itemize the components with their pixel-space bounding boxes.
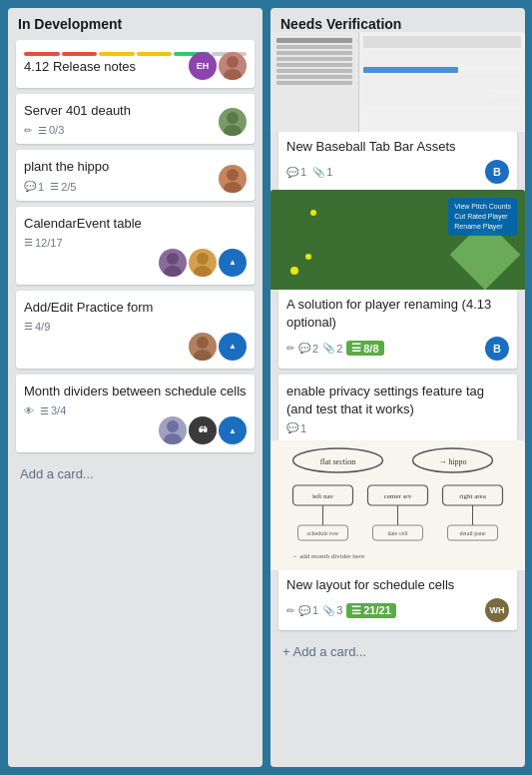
card-meta: ✏ ☰ 0/3 xyxy=(24,124,247,136)
add-card-button-nv[interactable]: + Add a card... xyxy=(278,638,517,665)
checklist-value: 12/17 xyxy=(35,237,63,249)
meta-comment: 💬 1 xyxy=(286,422,306,434)
comment-icon: 💬 xyxy=(298,605,310,616)
avatar-stack: ▲ xyxy=(189,333,247,361)
svg-point-2 xyxy=(227,112,239,124)
meta-comment: 💬 2 xyxy=(298,343,318,355)
checklist-icon: ☰ xyxy=(24,237,33,248)
checklist-icon: ☰ xyxy=(50,181,59,192)
card-title: Server 401 deauth xyxy=(24,102,247,120)
comment-icon: 💬 xyxy=(286,422,298,433)
svg-point-10 xyxy=(197,337,209,349)
paperclip-icon: 📎 xyxy=(322,605,334,616)
card-title: Add/Edit Practice form xyxy=(24,299,247,317)
card-title: A solution for player renaming (4.13 opt… xyxy=(286,296,509,332)
card-thumbnail-screen xyxy=(270,32,525,132)
card-add-edit-practice[interactable]: Add/Edit Practice form ☰ 4/9 ▲ xyxy=(16,291,255,369)
screen-art xyxy=(270,32,525,132)
card-title: CalendarEvent table xyxy=(24,215,247,233)
svg-text:→ add month divider here: → add month divider here xyxy=(291,552,365,560)
meta-comment: 💬 1 xyxy=(286,166,306,178)
svg-text:right area: right area xyxy=(459,492,487,500)
svg-point-1 xyxy=(224,69,242,80)
bar-1 xyxy=(24,52,60,56)
card-server-401[interactable]: Server 401 deauth ✏ ☰ 0/3 xyxy=(16,94,255,144)
card-meta: 💬 1 ☰ 2/5 xyxy=(24,181,247,193)
pencil-icon: ✏ xyxy=(286,605,294,616)
svg-text:left nav: left nav xyxy=(312,492,334,500)
card-player-renaming[interactable]: View Pitch CountsCut Rated PlayerRename … xyxy=(278,198,517,368)
pencil-icon: ✏ xyxy=(286,343,294,354)
column-header-in-development: In Development xyxy=(16,16,255,32)
checklist-icon: ☰ xyxy=(24,321,33,332)
avatar-stack: 🕶 ▲ xyxy=(159,416,247,444)
svg-point-5 xyxy=(224,182,242,193)
board: In Development 4.12 Release notes EH xyxy=(0,0,532,775)
comment-count: 2 xyxy=(312,343,318,355)
svg-point-11 xyxy=(194,350,212,361)
avatar-b: B xyxy=(485,160,509,184)
card-meta: ☰ 12/17 xyxy=(24,237,247,249)
svg-point-8 xyxy=(197,253,209,265)
pencil-icon: ✏ xyxy=(24,125,32,136)
svg-point-13 xyxy=(164,433,182,444)
meta-checklist: ☰ 2/5 xyxy=(50,181,76,193)
avatar-badge2: ▲ xyxy=(219,333,247,361)
avatar-photo-2 xyxy=(189,249,217,277)
checklist-value: 0/3 xyxy=(49,124,64,136)
meta-pencil: ✏ xyxy=(286,343,294,354)
card-month-dividers[interactable]: Month dividers between schedule cells 👁 … xyxy=(16,375,255,452)
comment-icon: 💬 xyxy=(298,343,310,354)
avatar-b: B xyxy=(485,337,509,361)
eye-icon: 👁 xyxy=(24,405,34,416)
card-title: enable privacy settings feature tag (and… xyxy=(286,383,509,418)
meta-paperclip: 📎 3 xyxy=(322,604,342,616)
avatar-photo xyxy=(159,416,187,444)
avatar-stack: ▲ xyxy=(159,249,247,277)
card-title: New Baseball Tab Bar Assets xyxy=(286,138,509,156)
plus-icon: + xyxy=(282,644,293,659)
checklist-icon: ☰ xyxy=(351,342,361,355)
avatar-stack xyxy=(219,108,247,136)
add-card-button[interactable]: Add a card... xyxy=(16,460,255,487)
svg-text:schedule row: schedule row xyxy=(307,530,339,536)
meta-comment: 💬 1 xyxy=(24,181,44,193)
card-schedule-cells[interactable]: flat section → hippo left nav center srv… xyxy=(278,448,517,630)
avatar-stack: EH xyxy=(189,52,247,80)
svg-point-6 xyxy=(167,253,179,265)
svg-text:→ hippo: → hippo xyxy=(438,457,466,466)
card-meta: ☰ 4/9 xyxy=(24,321,247,333)
diagram-art: flat section → hippo left nav center srv… xyxy=(270,440,525,570)
bar-3 xyxy=(99,52,135,56)
card-4-12-release-notes[interactable]: 4.12 Release notes EH xyxy=(16,40,255,88)
checklist-value: 4/9 xyxy=(35,321,50,333)
bar-4 xyxy=(137,52,173,56)
card-calendar-event[interactable]: CalendarEvent table ☰ 12/17 ▲ xyxy=(16,207,255,285)
checklist-value: 21/21 xyxy=(363,604,391,616)
column-in-development: In Development 4.12 Release notes EH xyxy=(8,8,263,767)
checklist-icon: ☰ xyxy=(40,405,49,416)
card-plant-hippo[interactable]: plant the hippo 💬 1 ☰ 2/5 xyxy=(16,150,255,200)
comment-count: 1 xyxy=(312,604,318,616)
checklist-badge: ☰ 8/8 xyxy=(346,341,383,356)
card-baseball-tab-bar[interactable]: New Baseball Tab Bar Assets 💬 1 📎 1 B xyxy=(278,40,517,192)
paperclip-icon: 📎 xyxy=(312,167,324,178)
avatar-photo-1 xyxy=(159,249,187,277)
paperclip-count: 1 xyxy=(326,166,332,178)
meta-pencil: ✏ xyxy=(24,125,32,136)
meta-checklist: ☰ 0/3 xyxy=(38,124,64,136)
svg-point-4 xyxy=(227,169,239,181)
svg-point-12 xyxy=(167,420,179,432)
comment-count: 1 xyxy=(300,422,306,434)
card-privacy-settings[interactable]: enable privacy settings feature tag (and… xyxy=(278,375,517,442)
card-meta: 💬 1 📎 1 B xyxy=(286,160,509,184)
bar-2 xyxy=(62,52,98,56)
checklist-value: 2/5 xyxy=(61,181,76,193)
meta-eye: 👁 xyxy=(24,405,34,416)
card-meta: 👁 ☰ 3/4 xyxy=(24,404,247,416)
svg-text:flat section: flat section xyxy=(320,457,355,466)
checklist-badge: ☰ 21/21 xyxy=(346,603,396,618)
comment-icon: 💬 xyxy=(286,167,298,178)
meta-checklist: ☰ 3/4 xyxy=(40,404,66,416)
checklist-icon: ☰ xyxy=(38,125,47,136)
